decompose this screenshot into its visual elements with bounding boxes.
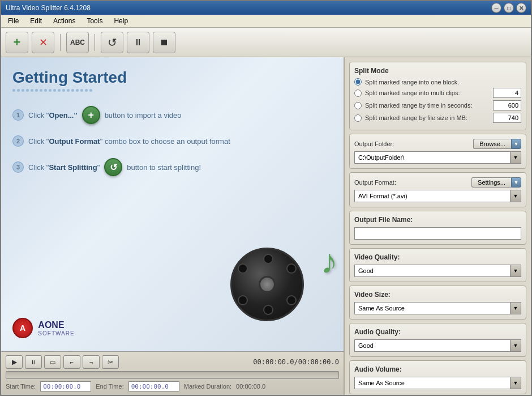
cut-button[interactable]: ✂ (102, 355, 119, 369)
right-panel: Split Mode Split marked range into one b… (344, 57, 531, 395)
step-3-icon[interactable]: ↺ (104, 158, 122, 176)
abc-button[interactable]: ABC (66, 32, 89, 53)
video-quality-label: Video Quality: (354, 253, 521, 261)
video-size-label: Video Size: (354, 291, 521, 299)
start-time-input[interactable] (40, 381, 91, 391)
open-video-button[interactable]: + (6, 32, 28, 53)
browse-dropdown-button[interactable]: ▼ (511, 139, 521, 149)
title-bar: Ultra Video Splitter 6.4.1208 ─ □ ✕ (1, 1, 531, 15)
logo-icon: A (12, 318, 33, 338)
menu-edit[interactable]: Edit (25, 16, 46, 26)
pause-button[interactable]: ⏸ (127, 32, 149, 53)
reel-center (259, 276, 276, 293)
end-time-label: End Time: (96, 383, 124, 390)
step-2-text: Click "Output Format" combo box to choos… (28, 137, 230, 146)
dots-decoration (12, 89, 182, 92)
main-window: Ultra Video Splitter 6.4.1208 ─ □ ✕ File… (0, 0, 532, 396)
video-quality-dropdown[interactable]: ▼ (510, 265, 521, 277)
step-1-icon[interactable]: + (82, 106, 100, 124)
split-option-4-input[interactable] (493, 113, 521, 123)
video-size-value[interactable]: Same As Source (354, 302, 510, 314)
split-option-1-row: Split marked range into one block. (354, 78, 521, 86)
output-folder-path-combo: C:\OutputFolder\ ▼ (354, 151, 521, 164)
output-folder-path[interactable]: C:\OutputFolder\ (354, 151, 510, 164)
film-reel (230, 248, 304, 321)
split-mode-section: Split Mode Split marked range into one b… (349, 62, 526, 130)
browse-button[interactable]: Browse... (473, 139, 511, 149)
split-option-2-label: Split marked range into multi clips: (365, 90, 490, 96)
minimize-button[interactable]: ─ (491, 3, 501, 13)
split-option-3-radio[interactable] (354, 102, 362, 109)
logo-area: A AONE SOFTWARE (12, 318, 75, 338)
refresh-button[interactable]: ↺ (101, 32, 123, 53)
split-option-3-label: Split marked range by time in seconds: (365, 102, 490, 109)
step-3-text-after: button to start splitting! (127, 163, 201, 172)
split-option-2-input[interactable] (493, 88, 521, 98)
split-option-3-row: Split marked range by time in seconds: (354, 100, 521, 110)
output-format-value[interactable]: AVI Format (*.avi) (354, 190, 510, 202)
settings-dropdown-button[interactable]: ▼ (511, 177, 521, 188)
video-size-dropdown[interactable]: ▼ (510, 302, 521, 314)
output-folder-section: Output Folder: Browse... ▼ C:\OutputFold… (349, 134, 526, 169)
output-filename-input[interactable] (354, 227, 521, 240)
split-option-1-radio[interactable] (354, 78, 362, 86)
mark-end-button[interactable]: ¬ (83, 355, 100, 369)
audio-quality-label: Audio Quality: (354, 328, 521, 336)
output-filename-label: Output File Name: (354, 216, 521, 224)
output-format-dropdown[interactable]: ▼ (510, 190, 521, 202)
audio-quality-combo: Good ▼ (354, 339, 521, 352)
audio-volume-value[interactable]: Same As Source (354, 377, 510, 389)
output-folder-label: Output Folder: (354, 140, 400, 147)
snapshot-button[interactable]: ▭ (44, 355, 61, 369)
title-bar-buttons: ─ □ ✕ (491, 3, 526, 13)
maximize-button[interactable]: □ (504, 3, 514, 13)
close-video-button[interactable]: ✕ (32, 32, 54, 53)
close-button[interactable]: ✕ (516, 3, 526, 13)
progress-bar[interactable] (6, 371, 339, 379)
logo-name: AONE (38, 320, 74, 330)
end-time-input[interactable] (128, 381, 179, 391)
main-content: Getting Started 1 Click "Open..." (1, 57, 531, 395)
split-option-2-radio[interactable] (354, 90, 362, 97)
settings-button[interactable]: Settings... (471, 177, 511, 188)
menu-help[interactable]: Help (109, 16, 132, 26)
mark-start-button[interactable]: ⌐ (63, 355, 80, 369)
frame-back-button[interactable]: ⏸ (25, 355, 42, 369)
menu-file[interactable]: File (3, 16, 23, 26)
split-option-3-input[interactable] (493, 100, 521, 110)
step-3-text: Click "Start Splitting" (28, 163, 100, 172)
logo-sub: SOFTWARE (38, 330, 74, 337)
audio-quality-value[interactable]: Good (354, 339, 510, 352)
playback-controls-row: ▶ ⏸ ▭ ⌐ ¬ ✂ 00:00:00.0/00:00:00.0 (6, 355, 339, 369)
menu-tools[interactable]: Tools (82, 16, 107, 26)
audio-quality-dropdown[interactable]: ▼ (510, 339, 521, 352)
menu-actions[interactable]: Actions (49, 16, 80, 26)
start-time-label: Start Time: (6, 383, 36, 390)
step-2-number: 2 (12, 135, 24, 147)
stop-button[interactable]: ⏹ (153, 32, 175, 53)
time-fields: Start Time: End Time: Marked Duration: 0… (6, 381, 339, 391)
step-3-number: 3 (12, 161, 24, 173)
audio-volume-combo: Same As Source ▼ (354, 377, 521, 389)
split-option-4-radio[interactable] (354, 114, 362, 122)
video-controls: ▶ ⏸ ▭ ⌐ ¬ ✂ 00:00:00.0/00:00:00.0 Start … (1, 351, 344, 395)
browse-btn-group: Browse... ▼ (473, 139, 521, 149)
step-1-text: Click "Open..." (28, 111, 78, 120)
settings-btn-group: Settings... ▼ (471, 177, 521, 188)
menu-bar: File Edit Actions Tools Help (1, 15, 531, 28)
film-reel-area: ♪ (230, 248, 332, 350)
marked-duration-label: Marked Duration: (184, 383, 231, 390)
output-folder-dropdown[interactable]: ▼ (510, 151, 521, 164)
getting-started-title: Getting Started (12, 69, 332, 87)
toolbar-separator-2 (95, 34, 95, 51)
left-panel: Getting Started 1 Click "Open..." (1, 57, 344, 395)
window-title: Ultra Video Splitter 6.4.1208 (6, 4, 91, 12)
audio-volume-dropdown[interactable]: ▼ (510, 377, 521, 389)
video-quality-combo: Good ▼ (354, 265, 521, 277)
split-option-2-row: Split marked range into multi clips: (354, 88, 521, 98)
play-button[interactable]: ▶ (6, 355, 23, 369)
step-2: 2 Click "Output Format" combo box to cho… (12, 135, 332, 147)
step-1-text-after: button to import a video (105, 111, 182, 120)
audio-quality-section: Audio Quality: Good ▼ (349, 323, 526, 357)
video-quality-value[interactable]: Good (354, 265, 510, 277)
